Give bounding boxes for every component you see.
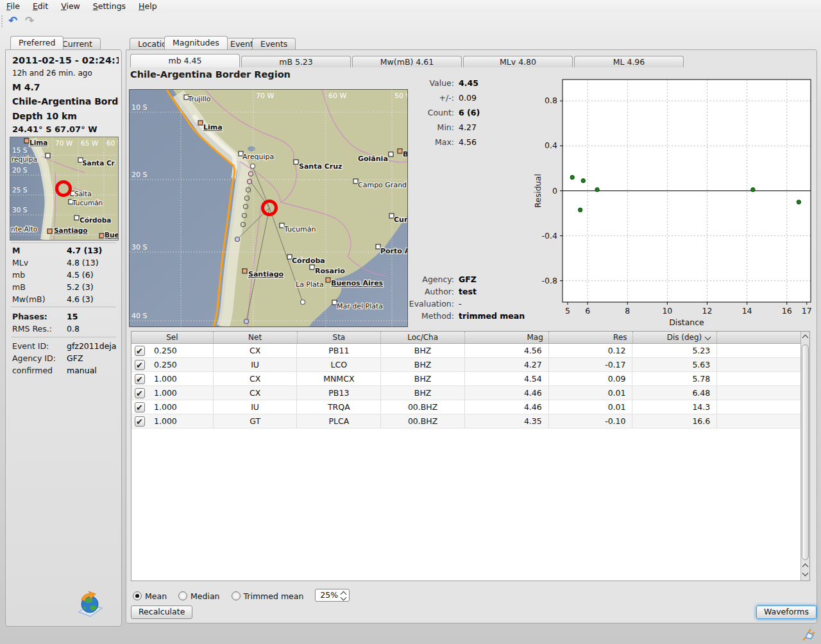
svg-text:40 S: 40 S [131, 312, 147, 320]
tab-mb-5-23[interactable]: mB 5.23 [241, 56, 351, 67]
scrollbar-thumb[interactable] [802, 344, 809, 560]
menu-settings[interactable]: Settings [87, 0, 132, 13]
label: Author: [370, 287, 454, 296]
svg-text:Arequipa: Arequipa [242, 153, 274, 161]
table-scrollbar[interactable] [800, 332, 809, 580]
tab-magnitudes[interactable]: Magnitudes [164, 36, 228, 49]
label: Agency ID: [12, 353, 56, 363]
sort-desc-icon [705, 334, 711, 341]
divider [11, 242, 116, 243]
residual-plot[interactable]: 56810121416170.80.40-0.4-0.8DistanceResi… [533, 74, 818, 331]
cell-sta: LCO [296, 358, 380, 371]
station-map[interactable]: 70 W60 W50 W10 S20 S30 S40 STrujilloLima… [129, 89, 408, 327]
scroll-up-icon[interactable] [802, 335, 809, 341]
cell-net: CX [213, 386, 297, 400]
tab-preferred[interactable]: Preferred [10, 36, 63, 49]
tab-mb-4-45[interactable]: mb 4.45 [130, 54, 240, 67]
event-age: 12h and 26 min. ago [12, 69, 92, 78]
svg-text:requipa: requipa [12, 155, 37, 163]
menu-edit[interactable]: Edit [26, 0, 55, 13]
value: gfz2011deja [67, 341, 116, 351]
menu-help[interactable]: Help [132, 0, 164, 13]
globe-icon[interactable] [75, 591, 105, 620]
table-row[interactable]: 1.000CXMNMCXBHZ4.540.095.78 [131, 372, 800, 386]
label: RMS Res.: [12, 324, 52, 334]
row-checkbox[interactable] [135, 388, 145, 398]
table-header[interactable]: SelNetStaLoc/ChaMagResDis (deg) [131, 332, 800, 344]
radio-label: Trimmed mean [244, 591, 304, 601]
table-row[interactable]: 1.000IUTRQA00.BHZ4.460.0114.3 [131, 400, 800, 414]
column-header-Mag[interactable]: Mag [464, 332, 548, 343]
cell-mag: 4.54 [464, 372, 548, 386]
event-coordinates: 24.41° S 67.07° W [12, 124, 97, 134]
value: manual [67, 366, 97, 375]
svg-text:Lima: Lima [203, 123, 223, 131]
cell-res: 0.12 [548, 344, 632, 357]
row-checkbox[interactable] [135, 416, 145, 427]
cell-net: IU [213, 358, 297, 371]
menu-bar: FileEditViewSettingsHelp [0, 0, 821, 13]
spin-down-icon [341, 595, 347, 601]
column-header-Res[interactable]: Res [548, 332, 632, 343]
cell-res: 0.01 [548, 400, 632, 414]
svg-text:10: 10 [662, 306, 672, 316]
mini-map[interactable]: 70 W65 W60 W15 S20 S25 S30 S35 SLimarequ… [10, 137, 119, 241]
tab-mlv-4-80[interactable]: MLv 4.80 [463, 56, 573, 67]
label: MLv [12, 258, 28, 267]
column-header-Net[interactable]: Net [213, 332, 297, 343]
svg-text:65 W: 65 W [81, 139, 99, 147]
radio-mean[interactable] [133, 591, 142, 600]
table-row[interactable]: 0.250IULCOBHZ4.27-0.175.63 [131, 358, 800, 372]
column-header-Sta[interactable]: Sta [297, 332, 381, 343]
radio-trimmed-mean[interactable] [232, 591, 241, 600]
table-row[interactable]: 0.250CXPB11BHZ4.560.125.23 [131, 344, 800, 358]
cell-sel: 1.000 [154, 388, 177, 398]
svg-text:8: 8 [625, 306, 630, 316]
toolbar-handle [1, 15, 4, 27]
svg-text:5: 5 [565, 306, 570, 316]
row-checkbox[interactable] [135, 346, 145, 356]
cell-cha: 00.BHZ [380, 414, 464, 428]
svg-text:Bue: Bue [105, 231, 119, 239]
column-header-Dis (deg)[interactable]: Dis (deg) [632, 332, 717, 343]
column-header-empty[interactable] [716, 332, 800, 343]
cell-dis: 5.63 [632, 358, 716, 371]
table-body: 0.250CXPB11BHZ4.560.125.230.250IULCOBHZ4… [131, 344, 800, 580]
svg-text:-0.4: -0.4 [542, 231, 557, 241]
cell-cha: BHZ [380, 386, 464, 400]
label: Value: [370, 78, 454, 88]
row-checkbox[interactable] [135, 402, 145, 412]
tab-events[interactable]: Events [252, 38, 296, 49]
row-checkbox[interactable] [135, 360, 145, 370]
svg-text:Rosario: Rosario [315, 267, 345, 275]
recalculate-button[interactable]: Recalculate [131, 606, 192, 619]
table-row[interactable]: 1.000CXPB13BHZ4.460.016.48 [131, 386, 800, 400]
table-row[interactable]: 1.000GTPLCA00.BHZ4.35-0.1016.6 [131, 414, 800, 428]
event-summary-panel: 2011-02-15 - 02:24:15 12h and 26 min. ag… [5, 49, 122, 627]
svg-text:Campo Grand: Campo Grand [358, 181, 407, 189]
row-checkbox[interactable] [135, 374, 145, 384]
scroll-down-icon[interactable] [802, 570, 809, 577]
cell-net: GT [213, 414, 297, 428]
scroll-up-icon[interactable] [802, 564, 809, 570]
undo-icon[interactable]: ↶ [5, 13, 21, 28]
menu-file[interactable]: File [0, 0, 26, 13]
label: Mw(mB) [12, 294, 46, 304]
label: Max: [370, 137, 454, 147]
svg-text:Residual: Residual [533, 174, 543, 208]
waveforms-button[interactable]: Waveforms [756, 606, 817, 619]
cell-res: 0.09 [548, 372, 632, 386]
region-title: Chile-Argentina Border Region [130, 69, 291, 80]
trim-percent-spinner[interactable]: 25% [315, 589, 350, 602]
cell-sel: 0.250 [154, 360, 177, 369]
tab-mw-mb-4-61[interactable]: Mw(mB) 4.61 [352, 56, 462, 67]
tab-ml-4-96[interactable]: ML 4.96 [574, 56, 684, 67]
cell-mag: 4.56 [464, 344, 548, 357]
menu-view[interactable]: View [55, 0, 87, 13]
svg-text:30 S: 30 S [12, 206, 28, 214]
column-header-Loc/Cha[interactable]: Loc/Cha [380, 332, 464, 343]
cell-dis: 16.6 [632, 414, 716, 428]
column-header-Sel[interactable]: Sel [131, 332, 213, 343]
cell-mag: 4.27 [464, 358, 548, 371]
radio-median[interactable] [178, 591, 187, 600]
